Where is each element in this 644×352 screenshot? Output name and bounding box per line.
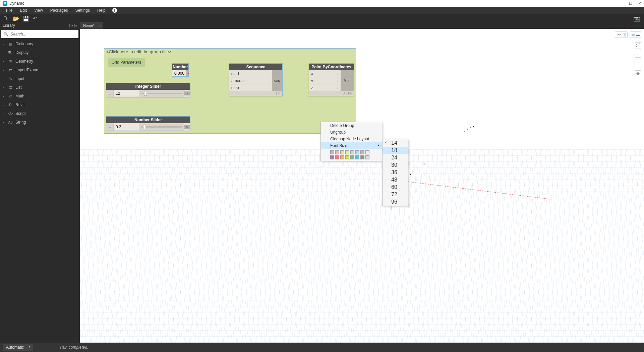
menu-settings[interactable]: Settings (72, 7, 93, 13)
pan-button[interactable]: ✥ (635, 70, 641, 77)
menu-view[interactable]: View (31, 7, 46, 13)
lib-item-dictionary[interactable]: ▸▦Dictionary (0, 40, 80, 48)
lib-item-input[interactable]: ▸✎Input (0, 74, 80, 83)
minimize-button[interactable]: — (619, 1, 623, 6)
node-numslider-track[interactable] (139, 123, 184, 131)
font-size-option-60[interactable]: 60 (383, 184, 408, 191)
ctx-font-size[interactable]: Font Size ▸ (321, 142, 382, 149)
ctx-delete-group[interactable]: Delete Group (321, 122, 382, 129)
color-swatch[interactable] (365, 155, 369, 159)
font-size-option-36[interactable]: 36 (383, 169, 408, 176)
search-input[interactable] (10, 32, 76, 37)
library-filter-icon[interactable]: ▾ (71, 24, 73, 27)
lib-item-display[interactable]: ▸🔍Display (0, 48, 80, 57)
font-size-option-24[interactable]: 24 (383, 154, 408, 161)
node-intslider-value[interactable]: 12 (114, 90, 139, 96)
fit-view-button[interactable]: ⛶ (635, 42, 641, 49)
node-lacing[interactable]: | | \ (229, 91, 282, 96)
node-number[interactable]: Number 0.000 > (172, 63, 189, 77)
color-swatch[interactable] (330, 150, 334, 154)
color-swatch[interactable] (350, 150, 354, 154)
color-swatch[interactable] (335, 150, 339, 154)
node-number-value[interactable]: 0.000 (172, 70, 186, 76)
color-swatch[interactable] (360, 150, 364, 154)
color-swatch[interactable] (345, 150, 349, 154)
tab-close-icon[interactable]: × (99, 23, 101, 27)
node-intslider-track[interactable] (139, 90, 184, 97)
color-swatch[interactable] (360, 155, 364, 159)
camera-icon[interactable]: 📷 (633, 15, 639, 21)
menu-help[interactable]: Help (94, 7, 109, 13)
maximize-button[interactable]: ☐ (629, 1, 632, 6)
color-swatch[interactable] (340, 150, 344, 154)
color-swatch[interactable] (355, 155, 359, 159)
menu-packages[interactable]: Packages (47, 7, 71, 13)
port-y[interactable]: y› (309, 77, 341, 84)
preview-point (410, 174, 411, 175)
graph-canvas[interactable]: 👓◫ ▭▬ ⛶ + − ✥ <Click here to edit the gr… (80, 29, 644, 343)
lib-item-list[interactable]: ▸≣List (0, 83, 80, 92)
open-file-icon[interactable]: 📂 (13, 15, 18, 21)
menu-file[interactable]: File (3, 7, 16, 13)
font-size-option-96[interactable]: 96 (383, 198, 408, 206)
font-size-option-48[interactable]: 48 (383, 176, 408, 184)
color-swatch[interactable] (365, 150, 369, 154)
port-x[interactable]: x› (309, 70, 341, 77)
group-title[interactable]: <Click here to edit the group title> (104, 49, 356, 55)
node-point-by-coordinates[interactable]: Point.ByCoordinates x› y› z› Point AUTO (309, 63, 354, 96)
notification-icon[interactable]: ! (112, 8, 117, 13)
lib-item-revit[interactable]: ▸RRevit (0, 100, 80, 109)
color-swatch[interactable] (330, 155, 334, 159)
node-integer-slider[interactable]: Integer Slider ⌄ 12 > (106, 83, 190, 97)
group-note[interactable]: Grid Parameters (108, 58, 144, 67)
zoom-out-button[interactable]: − (635, 60, 641, 66)
port-z[interactable]: z› (309, 84, 341, 91)
close-button[interactable]: ✕ (638, 1, 641, 6)
node-numslider-value[interactable]: 9.3 (114, 124, 139, 130)
node-sequence-output[interactable]: seq (272, 70, 282, 91)
lib-item-importexport[interactable]: ▸⇄ImportExport (0, 66, 80, 74)
lib-item-math[interactable]: ▸x²Math (0, 92, 80, 100)
color-swatch[interactable] (335, 155, 339, 159)
color-swatch[interactable] (355, 150, 359, 154)
library-sort-icon[interactable]: | (69, 24, 70, 27)
node-expand-icon[interactable]: ⌄ (106, 90, 114, 97)
view-mode-toggle[interactable]: ▭▬ (630, 31, 641, 38)
undo-icon[interactable]: ↶ (33, 15, 38, 21)
color-swatch[interactable] (340, 155, 344, 159)
revit-icon: R (8, 102, 13, 107)
ctx-cleanup-layout[interactable]: Cleanup Node Layout (321, 136, 382, 142)
font-size-option-72[interactable]: 72 (383, 191, 408, 198)
color-swatch[interactable] (350, 155, 354, 159)
node-lacing[interactable]: AUTO (309, 91, 354, 96)
node-expand-icon[interactable]: ⌄ (106, 123, 114, 131)
node-number-output[interactable]: > (186, 70, 189, 76)
zoom-in-button[interactable]: + (635, 51, 641, 58)
preview-point (424, 163, 425, 164)
color-swatch[interactable] (345, 155, 349, 159)
view-3d-toggle[interactable]: 👓◫ (615, 31, 628, 38)
menu-edit[interactable]: Edit (16, 7, 30, 13)
font-size-option-14[interactable]: ✓14 (383, 139, 408, 147)
run-mode-dropdown[interactable]: Automatic (3, 344, 33, 351)
search-box[interactable]: 🔍 (1, 30, 78, 38)
tab-home[interactable]: Home* × (80, 22, 103, 29)
new-file-icon[interactable]: 🗋 (3, 15, 8, 21)
port-amount[interactable]: amount› (229, 77, 272, 84)
search-icon: 🔍 (3, 32, 8, 37)
lib-item-script[interactable]: ▸</>Script (0, 109, 80, 118)
save-file-icon[interactable]: 💾 (23, 15, 28, 21)
lib-item-geometry[interactable]: ▸◳Geometry (0, 57, 80, 66)
port-step[interactable]: step› (229, 84, 272, 91)
node-number-slider[interactable]: Number Slider ⌄ 9.3 > (106, 116, 190, 131)
port-start[interactable]: start› (229, 70, 272, 77)
font-size-option-18[interactable]: 18 (383, 147, 408, 154)
node-point-output[interactable]: Point (341, 70, 354, 91)
library-view-icon[interactable]: |≡ (74, 24, 77, 27)
node-numslider-output[interactable]: > (184, 125, 190, 129)
node-intslider-output[interactable]: > (184, 91, 190, 95)
node-sequence[interactable]: Sequence start› amount› step› seq | | \ (229, 63, 283, 96)
lib-item-string[interactable]: ▸AbString (0, 118, 80, 127)
font-size-option-30[interactable]: 30 (383, 161, 408, 169)
ctx-ungroup[interactable]: Ungroup (321, 129, 382, 136)
